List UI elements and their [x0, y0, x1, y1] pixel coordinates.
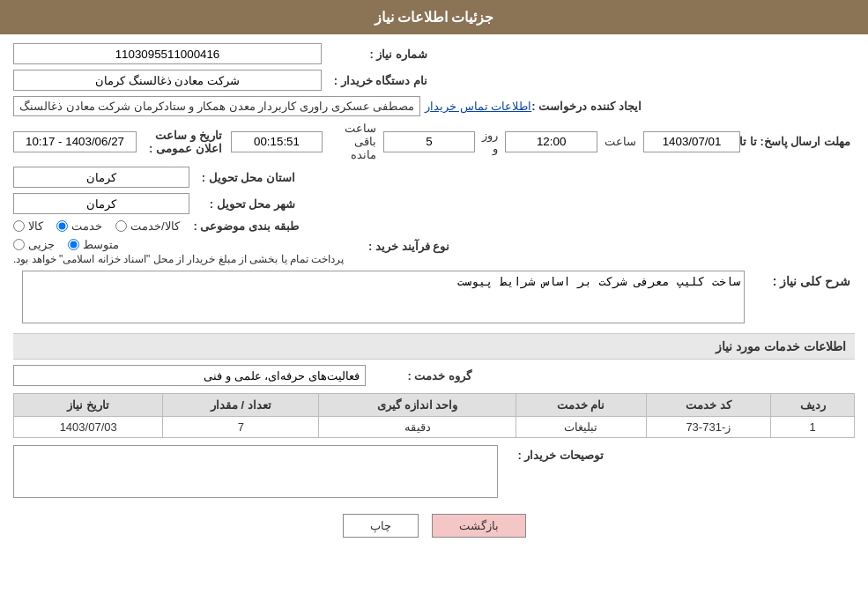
province-label: استان محل تحویل :	[189, 171, 295, 184]
city-row: شهر محل تحویل :	[13, 193, 855, 214]
public-announce-label: تاریخ و ساعت اعلان عمومی :	[145, 129, 222, 155]
service-group-label: گروه خدمت :	[366, 369, 471, 382]
need-number-label: شماره نیاز :	[322, 48, 427, 61]
purchase-type-joz-label: جزیی	[28, 238, 55, 251]
city-input[interactable]	[13, 193, 189, 214]
response-deadline-row: مهلت ارسال پاسخ: تا تاریخ : ساعت روز و س…	[13, 122, 855, 161]
province-input[interactable]	[13, 167, 189, 188]
response-date-input[interactable]	[643, 131, 740, 152]
th-name: نام خدمت	[516, 394, 646, 417]
public-announce-input[interactable]	[13, 131, 137, 152]
back-button[interactable]: بازگشت	[432, 514, 526, 538]
requester-row: ایجاد کننده درخواست : اطلاعات تماس خریدا…	[13, 96, 855, 116]
buyer-org-row: نام دستگاه خریدار :	[13, 70, 855, 91]
cell-code: ز-731-73	[646, 417, 771, 438]
th-unit: واحد اندازه گیری	[319, 394, 516, 417]
buyer-org-input[interactable]	[13, 70, 322, 91]
days-input[interactable]	[383, 131, 476, 152]
table-header-row: ردیف کد خدمت نام خدمت واحد اندازه گیری ت…	[14, 394, 855, 417]
category-kala-khedmat-label: کالا/خدمت	[130, 219, 180, 233]
contact-link[interactable]: اطلاعات تماس خریدار	[425, 100, 531, 113]
requester-value: مصطفی عسکری راوری کاربردار معدن همکار و …	[13, 96, 420, 116]
service-group-row: گروه خدمت :	[13, 365, 855, 386]
need-description-textarea[interactable]: ساخت کلیپ معرفی شرکت بر اساس شرایط پیوست	[22, 271, 745, 323]
category-kala-radio[interactable]	[13, 220, 25, 232]
cell-row: 1	[771, 417, 855, 438]
category-label: طبقه بندی موضوعی :	[193, 219, 299, 233]
need-description-content: ساخت کلیپ معرفی شرکت بر اساس شرایط پیوست	[22, 271, 745, 326]
province-row: استان محل تحویل :	[13, 167, 855, 188]
category-kala[interactable]: کالا	[13, 219, 43, 233]
buyer-desc-label: توصیحات خریدار :	[498, 449, 604, 462]
buyer-desc-textarea[interactable]	[13, 445, 498, 498]
cell-date: 1403/07/03	[14, 417, 163, 438]
purchase-type-note: پرداخت تمام یا بخشی از مبلغ خریدار از مح…	[13, 253, 344, 265]
print-button[interactable]: چاپ	[343, 514, 419, 538]
need-description-section: شرح کلی نیاز : ساخت کلیپ معرفی شرکت بر ا…	[13, 271, 855, 326]
purchase-type-motavasset-radio[interactable]	[68, 239, 79, 250]
main-content: شماره نیاز : نام دستگاه خریدار : ایجاد ک…	[0, 34, 868, 564]
purchase-type-row: نوع فرآیند خرید : متوسط جزیی پرداخت تمام…	[13, 238, 855, 265]
city-label: شهر محل تحویل :	[189, 197, 295, 211]
need-description-label: شرح کلی نیاز :	[745, 274, 850, 288]
category-row: طبقه بندی موضوعی : کالا/خدمت خدمت کالا	[13, 219, 855, 233]
buyer-desc-row: توصیحات خریدار :	[13, 445, 855, 501]
th-quantity: تعداد / مقدار	[163, 394, 319, 417]
response-time-input[interactable]	[505, 131, 597, 152]
purchase-type-joz-radio[interactable]	[13, 239, 25, 250]
response-time-label: ساعت	[605, 135, 636, 148]
cell-quantity: 7	[163, 417, 319, 438]
bottom-buttons: بازگشت چاپ	[13, 514, 855, 538]
th-date: تاریخ نیاز	[14, 394, 163, 417]
category-khedmat[interactable]: خدمت	[56, 219, 102, 233]
service-group-input[interactable]	[13, 365, 366, 386]
purchase-type-motavasset-label: متوسط	[83, 238, 119, 251]
need-number-row: شماره نیاز :	[13, 43, 855, 64]
purchase-type-motavasset[interactable]: متوسط	[68, 238, 119, 251]
category-kala-label: کالا	[28, 219, 43, 233]
table-row: 1ز-731-73تبلیغاتدقیقه71403/07/03	[14, 417, 855, 438]
services-section-title: اطلاعات خدمات مورد نیاز	[13, 333, 855, 360]
remaining-time-input[interactable]	[231, 131, 323, 152]
services-table: ردیف کد خدمت نام خدمت واحد اندازه گیری ت…	[13, 393, 855, 438]
remaining-time-label: ساعت باقی مانده	[330, 122, 375, 161]
cell-name: تبلیغات	[516, 417, 646, 438]
purchase-type-joz[interactable]: جزیی	[13, 238, 55, 251]
cell-unit: دقیقه	[319, 417, 516, 438]
category-kala-khedmat-radio[interactable]	[115, 220, 127, 232]
page-header: جزئیات اطلاعات نیاز	[0, 0, 868, 34]
need-number-input[interactable]	[13, 43, 322, 64]
th-code: کد خدمت	[646, 394, 771, 417]
buyer-desc-content	[13, 445, 498, 501]
category-khedmat-label: خدمت	[71, 219, 102, 233]
page-title: جزئیات اطلاعات نیاز	[375, 10, 494, 25]
page-wrapper: جزئیات اطلاعات نیاز شماره نیاز : نام دست…	[0, 0, 868, 609]
days-label: روز و	[482, 129, 498, 155]
buyer-org-label: نام دستگاه خریدار :	[322, 74, 427, 87]
category-khedmat-radio[interactable]	[56, 220, 68, 232]
purchase-type-label: نوع فرآیند خرید :	[344, 240, 449, 253]
requester-label: ایجاد کننده درخواست :	[531, 100, 641, 113]
th-row: ردیف	[771, 394, 855, 417]
category-kala-khedmat[interactable]: کالا/خدمت	[115, 219, 180, 233]
response-deadline-label: مهلت ارسال پاسخ: تا تاریخ :	[745, 135, 850, 148]
